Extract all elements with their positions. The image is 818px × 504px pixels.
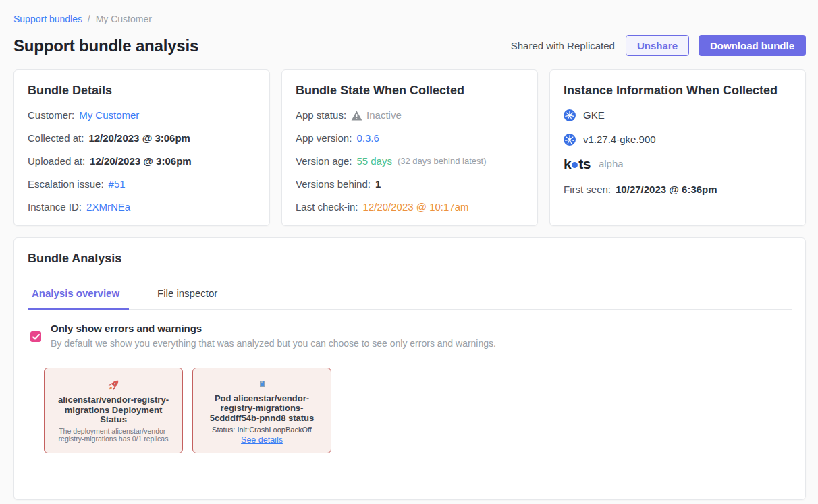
uploaded-at-value: 12/20/2023 @ 3:06pm xyxy=(90,154,192,168)
distribution-value: GKE xyxy=(583,108,605,122)
kots-row: kts alpha xyxy=(564,157,792,171)
breadcrumb-support-bundles-link[interactable]: Support bundles xyxy=(13,13,82,24)
header-actions: Shared with Replicated Unshare Download … xyxy=(511,35,806,56)
versions-behind-value: 1 xyxy=(375,177,381,191)
bundle-details-title: Bundle Details xyxy=(28,84,256,98)
distribution-row: GKE xyxy=(564,108,792,122)
version-age-note: (32 days behind latest) xyxy=(398,154,487,168)
bundle-state-title: Bundle State When Collected xyxy=(296,84,524,98)
kots-logo-dot xyxy=(572,162,578,168)
kubernetes-icon xyxy=(564,134,576,146)
app-status-row: App status: Inactive xyxy=(296,108,524,122)
first-seen-row: First seen: 10/27/2023 @ 6:36pm xyxy=(564,182,792,196)
filter-row: Only show errors and warnings By default… xyxy=(28,310,792,349)
version-age-row: Version age: 55 days (32 days behind lat… xyxy=(296,154,524,168)
see-details-link[interactable]: See details xyxy=(241,435,283,445)
customer-row: Customer: My Customer xyxy=(28,108,256,122)
instance-info-card: Instance Information When Collected xyxy=(549,69,806,226)
warning-description: The deployment alicenstar/vendor-registr… xyxy=(51,428,175,443)
bundle-analysis-card: Bundle Analysis Analysis overview File i… xyxy=(13,237,806,500)
only-errors-description: By default we show you everything that w… xyxy=(51,338,496,349)
versions-behind-row: Versions behind: 1 xyxy=(296,177,524,191)
last-checkin-row: Last check-in: 12/20/2023 @ 10:17am xyxy=(296,200,524,214)
analysis-tabs: Analysis overview File inspector xyxy=(28,287,792,310)
collected-at-value: 12/20/2023 @ 3:06pm xyxy=(88,131,190,145)
pod-status-warning-card: Pod alicenstar/vendor-registry-migration… xyxy=(192,368,331,453)
app-version-link[interactable]: 0.3.6 xyxy=(356,131,379,145)
kubernetes-icon xyxy=(564,109,576,121)
bundle-state-card: Bundle State When Collected App status: … xyxy=(281,69,538,226)
escalation-issue-link[interactable]: #51 xyxy=(109,177,126,191)
last-checkin-value: 12/20/2023 @ 10:17am xyxy=(363,200,469,214)
shared-status-text: Shared with Replicated xyxy=(511,40,615,51)
broken-image-icon xyxy=(260,376,265,391)
uploaded-at-row: Uploaded at: 12/20/2023 @ 3:06pm xyxy=(28,154,256,168)
k8s-version-value: v1.27.4-gke.900 xyxy=(583,132,656,146)
bundle-analysis-title: Bundle Analysis xyxy=(28,252,792,266)
escalation-issue-row: Escalation issue: #51 xyxy=(28,177,256,191)
instance-info-title: Instance Information When Collected xyxy=(564,84,792,98)
warning-title: Pod alicenstar/vendor-registry-migration… xyxy=(200,394,324,424)
k8s-version-row: v1.27.4-gke.900 xyxy=(564,132,792,146)
customer-link[interactable]: My Customer xyxy=(79,108,139,122)
app-version-row: App version: 0.3.6 xyxy=(296,131,524,145)
breadcrumb: Support bundles / My Customer xyxy=(13,13,806,24)
first-seen-value: 10/27/2023 @ 6:36pm xyxy=(616,182,717,196)
info-cards-row: Bundle Details Customer: My Customer Col… xyxy=(13,69,806,226)
page-title: Support bundle analysis xyxy=(13,36,198,55)
kots-channel: alpha xyxy=(599,157,624,171)
tab-file-inspector[interactable]: File inspector xyxy=(153,287,221,309)
instance-id-link[interactable]: 2XMrNEa xyxy=(86,200,130,214)
analysis-results: alicenstar/vendor-registry-migrations De… xyxy=(28,368,792,453)
app-status-value: Inactive xyxy=(366,108,402,122)
pod-status-text: Status: Init:CrashLoopBackOff xyxy=(212,426,312,434)
page-header: Support bundle analysis Shared with Repl… xyxy=(13,35,806,56)
breadcrumb-current-page: My Customer xyxy=(96,13,152,24)
support-bundle-analysis-page: Support bundles / My Customer Support bu… xyxy=(0,0,818,504)
deployment-status-warning-card: alicenstar/vendor-registry-migrations De… xyxy=(44,368,183,453)
download-bundle-button[interactable]: Download bundle xyxy=(699,35,806,56)
collected-at-row: Collected at: 12/20/2023 @ 3:06pm xyxy=(28,131,256,145)
version-age-value: 55 days xyxy=(356,154,392,168)
only-errors-checkbox[interactable] xyxy=(30,331,41,342)
instance-id-row: Instance ID: 2XMrNEa xyxy=(28,200,256,214)
breadcrumb-separator: / xyxy=(88,13,90,24)
unshare-button[interactable]: Unshare xyxy=(626,35,689,56)
warning-title: alicenstar/vendor-registry-migrations De… xyxy=(51,395,175,425)
bundle-details-card: Bundle Details Customer: My Customer Col… xyxy=(13,69,270,226)
kots-logo: kts xyxy=(564,157,591,171)
warning-triangle-icon xyxy=(351,111,362,121)
tab-analysis-overview[interactable]: Analysis overview xyxy=(28,287,129,310)
only-errors-label[interactable]: Only show errors and warnings xyxy=(51,323,496,334)
rocket-icon xyxy=(107,378,120,393)
